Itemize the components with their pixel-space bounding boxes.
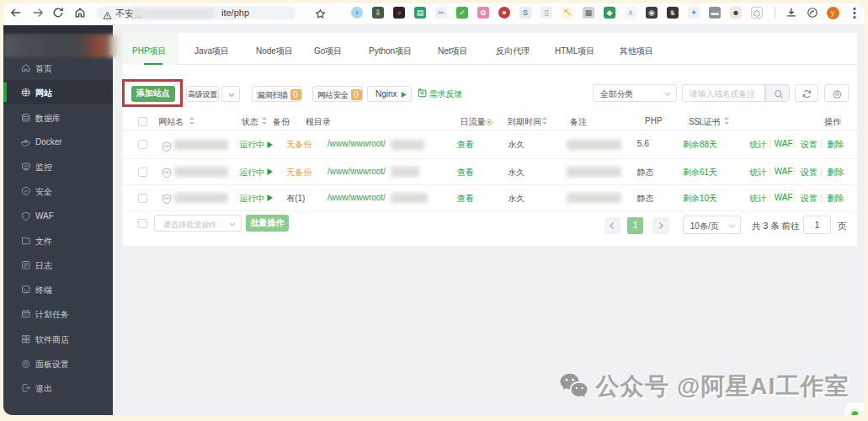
svg-text:WAF: WAF bbox=[163, 197, 169, 200]
svg-text:WAF: WAF bbox=[163, 171, 169, 174]
svg-text:WAF: WAF bbox=[163, 145, 169, 148]
